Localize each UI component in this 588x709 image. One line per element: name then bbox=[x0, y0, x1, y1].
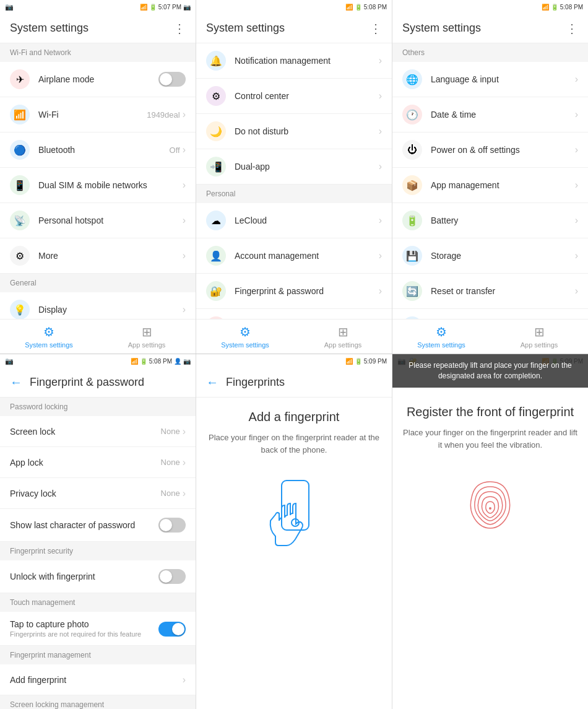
settings-item-display[interactable]: 💡 Display › bbox=[0, 292, 196, 319]
content-scroll-3: Others 🌐 Language & input › 🕐 Date & tim… bbox=[392, 43, 588, 319]
language-icon: 🌐 bbox=[402, 69, 422, 89]
wifi-status-icon: 📶 bbox=[140, 4, 147, 11]
nav-app-settings-2[interactable]: ⊞ App settings bbox=[294, 324, 392, 349]
battery-status-icon: 🔋 bbox=[149, 4, 157, 11]
time-display-5: 5:09 PM bbox=[364, 358, 387, 365]
more-menu-button-2[interactable]: ⋮ bbox=[370, 21, 382, 36]
add-fingerprint-title: Add a fingerprint bbox=[249, 410, 340, 424]
apps-nav-icon-1: ⊞ bbox=[142, 324, 152, 339]
settings-item-airplane[interactable]: ✈ Airplane mode bbox=[0, 62, 196, 97]
settings-item-accessibility[interactable]: ♿ Accessibility › bbox=[392, 309, 588, 319]
settings-item-tap-capture[interactable]: Tap to capture photo Fingerprints are no… bbox=[0, 612, 196, 646]
wifi-status-icon-3: 📶 bbox=[542, 4, 549, 11]
section-header-wifi: Wi-Fi and Network bbox=[0, 43, 196, 62]
settings-item-notification[interactable]: 🔔 Notification management › bbox=[196, 43, 392, 79]
unlock-fingerprint-toggle[interactable] bbox=[158, 569, 186, 584]
power-icon: ⏻ bbox=[402, 140, 422, 160]
apps-nav-icon-3: ⊞ bbox=[534, 324, 545, 339]
page-title-3: System settings bbox=[402, 22, 566, 35]
nav-system-settings-1[interactable]: ⚙ System settings bbox=[0, 324, 98, 349]
camera-icon-4: 📷 bbox=[5, 357, 14, 365]
more-menu-button-1[interactable]: ⋮ bbox=[173, 21, 186, 36]
reset-chevron: › bbox=[575, 285, 578, 297]
datetime-chevron: › bbox=[575, 109, 578, 120]
settings-nav-icon-1: ⚙ bbox=[43, 324, 54, 339]
settings-item-power[interactable]: ⏻ Power on & off settings › bbox=[392, 133, 588, 168]
time-display-3: 5:08 PM bbox=[560, 4, 583, 11]
app-header-5: ← Fingerprints bbox=[196, 368, 392, 398]
hotspot-chevron: › bbox=[183, 215, 186, 226]
app-header-2: System settings ⋮ bbox=[196, 14, 392, 43]
settings-item-screen-lock[interactable]: Screen lock None › bbox=[0, 416, 196, 447]
nav-system-settings-2[interactable]: ⚙ System settings bbox=[196, 324, 294, 349]
language-chevron: › bbox=[575, 74, 578, 85]
app-mgmt-chevron: › bbox=[575, 180, 578, 191]
settings-item-lecloud[interactable]: ☁ LeCloud › bbox=[196, 203, 392, 238]
more-chevron: › bbox=[183, 250, 186, 261]
tap-capture-toggle[interactable] bbox=[158, 622, 186, 637]
status-bar-4: 📷 📶 🔋 5:08 PM 👤 📷 bbox=[0, 354, 196, 368]
settings-item-hotspot[interactable]: 📡 Personal hotspot › bbox=[0, 203, 196, 238]
nav-app-label-3: App settings bbox=[521, 341, 558, 349]
settings-item-dualsim[interactable]: 📱 Dual SIM & mobile networks › bbox=[0, 168, 196, 203]
settings-item-add-fingerprint[interactable]: Add fingerprint › bbox=[0, 664, 196, 695]
settings-item-account[interactable]: 👤 Account management › bbox=[196, 238, 392, 274]
panel-top-left: 📷 📶 🔋 5:07 PM 📷 System settings ⋮ Wi-Fi … bbox=[0, 0, 196, 354]
section-header-personal: Personal bbox=[196, 185, 392, 203]
settings-item-language[interactable]: 🌐 Language & input › bbox=[392, 62, 588, 97]
bluetooth-icon: 🔵 bbox=[10, 140, 30, 160]
svg-point-2 bbox=[489, 507, 491, 510]
back-button-4[interactable]: ← bbox=[10, 375, 22, 389]
notification-chevron: › bbox=[379, 55, 382, 66]
add-fingerprint-chevron: › bbox=[183, 674, 186, 685]
airplane-toggle[interactable] bbox=[158, 72, 186, 87]
settings-item-show-last-char[interactable]: Show last character of password bbox=[0, 509, 196, 542]
settings-item-bluetooth[interactable]: 🔵 Bluetooth Off › bbox=[0, 133, 196, 168]
nav-app-settings-3[interactable]: ⊞ App settings bbox=[490, 324, 588, 349]
settings-item-more[interactable]: ⚙ More › bbox=[0, 238, 196, 274]
nav-system-settings-3[interactable]: ⚙ System settings bbox=[392, 324, 490, 349]
nav-app-settings-1[interactable]: ⊞ App settings bbox=[98, 324, 196, 349]
hotspot-icon: 📡 bbox=[10, 211, 30, 230]
dual-app-icon: 📲 bbox=[206, 157, 226, 176]
wifi-status-icon-5: 📶 bbox=[345, 358, 353, 365]
dual-sim-icon: 📱 bbox=[10, 175, 30, 195]
fingerprint-tooltip: Please repeatedly lift and place your fi… bbox=[392, 354, 588, 388]
settings-item-dual-app[interactable]: 📲 Dual-app › bbox=[196, 149, 392, 185]
settings-item-fingerprint-pw[interactable]: 🔐 Fingerprint & password › bbox=[196, 274, 392, 309]
settings-item-location[interactable]: 📍 Location › bbox=[196, 309, 392, 319]
settings-item-unlock-fingerprint[interactable]: Unlock with fingerprint bbox=[0, 560, 196, 593]
add-fingerprint-desc: Place your finger on the fingerprint rea… bbox=[206, 432, 382, 456]
settings-item-storage[interactable]: 💾 Storage › bbox=[392, 238, 588, 274]
camera-icon: 📷 bbox=[5, 3, 14, 11]
section-header-screen-locking-mgmt: Screen locking management bbox=[0, 695, 196, 709]
screenshot-icon-4: 📷 bbox=[183, 358, 191, 365]
settings-item-battery[interactable]: 🔋 Battery › bbox=[392, 203, 588, 238]
settings-item-control-center[interactable]: ⚙ Control center › bbox=[196, 79, 392, 114]
lecloud-icon: ☁ bbox=[206, 211, 226, 230]
settings-item-datetime[interactable]: 🕐 Date & time › bbox=[392, 97, 588, 133]
settings-item-dnd[interactable]: 🌙 Do not disturb › bbox=[196, 114, 392, 149]
settings-item-app-lock[interactable]: App lock None › bbox=[0, 447, 196, 478]
reset-icon: 🔄 bbox=[402, 281, 422, 301]
app-header-3: System settings ⋮ bbox=[392, 14, 588, 43]
back-button-5[interactable]: ← bbox=[206, 375, 218, 389]
battery-status-icon-5: 🔋 bbox=[355, 358, 362, 365]
bottom-nav-2: ⚙ System settings ⊞ App settings bbox=[196, 319, 392, 354]
page-title-2: System settings bbox=[206, 22, 370, 35]
section-header-others: Others bbox=[392, 43, 588, 62]
settings-item-app-mgmt[interactable]: 📦 App management › bbox=[392, 168, 588, 203]
settings-item-wifi[interactable]: 📶 Wi-Fi 1949deal › bbox=[0, 97, 196, 133]
battery-status-icon-2: 🔋 bbox=[355, 4, 362, 11]
settings-item-privacy-lock[interactable]: Privacy lock None › bbox=[0, 478, 196, 509]
section-header-fingerprint-security: Fingerprint security bbox=[0, 542, 196, 560]
show-last-char-toggle[interactable] bbox=[158, 518, 186, 533]
control-center-chevron: › bbox=[379, 90, 382, 102]
app-header-4: ← Fingerprint & password bbox=[0, 368, 196, 398]
settings-item-reset[interactable]: 🔄 Reset or transfer › bbox=[392, 274, 588, 309]
more-menu-button-3[interactable]: ⋮ bbox=[566, 21, 578, 36]
section-header-fingerprint-mgmt: Fingerprint management bbox=[0, 646, 196, 664]
account-icon: 👤 bbox=[206, 246, 226, 266]
display-chevron: › bbox=[183, 304, 186, 315]
storage-icon: 💾 bbox=[402, 246, 422, 266]
